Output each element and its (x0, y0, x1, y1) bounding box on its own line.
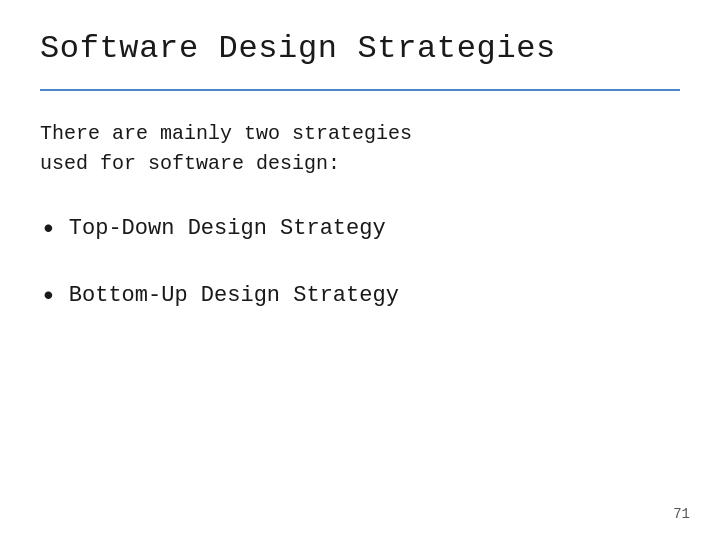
slide: Software Design Strategies There are mai… (0, 0, 720, 540)
bullet-dot-1: • (40, 215, 57, 246)
bullet-text-2: Bottom-Up Design Strategy (69, 282, 399, 311)
page-number: 71 (673, 506, 690, 522)
intro-text: There are mainly two strategiesused for … (40, 119, 680, 179)
title-divider (40, 89, 680, 91)
list-item: • Bottom-Up Design Strategy (40, 282, 680, 313)
bullet-text-1: Top-Down Design Strategy (69, 215, 386, 244)
bullet-list: • Top-Down Design Strategy • Bottom-Up D… (40, 215, 680, 313)
slide-title: Software Design Strategies (40, 30, 680, 67)
bullet-dot-2: • (40, 282, 57, 313)
list-item: • Top-Down Design Strategy (40, 215, 680, 246)
title-section: Software Design Strategies (40, 30, 680, 89)
